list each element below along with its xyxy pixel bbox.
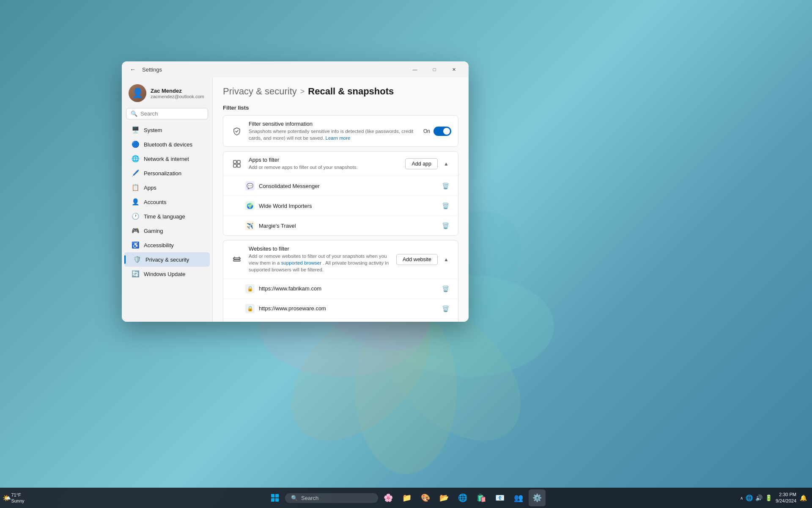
apps-filter-icon [230, 157, 244, 171]
wide-world-importers-icon: 🌍 [245, 201, 255, 210]
avatar-image: 👤 [129, 84, 146, 102]
user-profile[interactable]: 👤 Zac Mendez zacmendez@outlook.com [122, 81, 212, 108]
filter-sensitive-desc: Snapshots where potentially sensitive in… [249, 128, 423, 141]
back-button[interactable]: ← [127, 64, 139, 75]
supported-browser-link[interactable]: supported browser [281, 260, 321, 265]
sidebar-item-privacy[interactable]: 🛡️ Privacy & security [124, 252, 210, 267]
minimize-button[interactable]: — [405, 63, 425, 76]
delete-fabrikam-button[interactable]: 🗑️ [439, 283, 451, 295]
sidebar-item-system[interactable]: 🖥️ System [124, 123, 210, 137]
delete-consolidated-button[interactable]: 🗑️ [439, 180, 451, 192]
page-header: Privacy & security > Recall & snapshots [223, 86, 458, 97]
close-button[interactable]: ✕ [444, 63, 464, 76]
list-item-proseware: 🔒 https://www.proseware.com 🗑️ [223, 299, 458, 319]
volume-tray-icon[interactable]: 🔊 [755, 494, 763, 501]
taskbar-app-2[interactable]: 📁 [398, 489, 415, 506]
apps-filter-desc: Add or remove apps to filter out of your… [249, 164, 405, 171]
filter-sensitive-toggle[interactable] [433, 127, 451, 136]
nav-item-wrapper-time: 🕐 Time & language [122, 209, 212, 224]
taskbar-app-7[interactable]: 📧 [491, 489, 508, 506]
breadcrumb-parent[interactable]: Privacy & security [223, 86, 297, 97]
taskbar-app-6[interactable]: 🛍️ [473, 489, 490, 506]
list-item-margies-travel: ✈️ Margie's Travel 🗑️ [223, 216, 458, 235]
section-title: Filter lists [223, 105, 458, 111]
weather-desc: Sunny [11, 498, 24, 504]
breadcrumb-current: Recall & snapshots [308, 86, 394, 97]
user-name: Zac Mendez [151, 88, 206, 94]
taskbar-app-settings[interactable]: ⚙️ [529, 489, 546, 506]
taskbar-app-3[interactable]: 🎨 [417, 489, 434, 506]
add-app-button[interactable]: Add app [405, 158, 438, 169]
main-panel: Privacy & security > Recall & snapshots … [213, 77, 469, 322]
sidebar-item-time[interactable]: 🕐 Time & language [124, 209, 210, 224]
network-tray-icon[interactable]: 🌐 [746, 494, 753, 501]
weather-icon: 🌤️ [3, 494, 11, 502]
search-icon: 🔍 [131, 110, 137, 117]
apps-to-filter-header: Apps to filter Add or remove apps to fil… [223, 152, 458, 176]
taskbar-app-5[interactable]: 🌐 [454, 489, 471, 506]
user-info: Zac Mendez zacmendez@outlook.com [151, 88, 206, 99]
filter-sensitive-learn-more[interactable]: Learn more [326, 135, 351, 141]
sidebar-item-personalization[interactable]: 🖊️ Personalization [124, 166, 210, 180]
sidebar-item-bluetooth[interactable]: 🔵 Bluetooth & devices [124, 137, 210, 152]
taskbar-app-4[interactable]: 📂 [436, 489, 453, 506]
consolidated-messenger-name: Consolidated Messenger [259, 183, 435, 189]
weather-widget[interactable]: 🌤️ 71°F Sunny [5, 489, 22, 506]
filter-sensitive-title: Filter sensitive information [249, 121, 423, 127]
nav-item-wrapper-system: 🖥️ System [122, 123, 212, 137]
sidebar-item-accessibility[interactable]: ♿ Accessibility [124, 238, 210, 252]
sidebar-item-label-time: Time & language [144, 213, 185, 220]
websites-filter-desc: Add or remove websites to filter out of … [249, 253, 396, 273]
websites-filter-header: Websites to filter Add or remove website… [223, 240, 458, 279]
svg-rect-20 [275, 498, 279, 502]
delete-wwimporters-button[interactable]: 🗑️ [439, 200, 451, 212]
delete-proseware-button[interactable]: 🗑️ [439, 303, 451, 315]
window-controls: — □ ✕ [405, 63, 464, 76]
proseware-url: https://www.proseware.com [259, 305, 435, 312]
tray-chevron[interactable]: ∧ [740, 496, 743, 500]
delete-margies-travel-button[interactable]: 🗑️ [439, 220, 451, 232]
taskbar-app-8[interactable]: 👥 [510, 489, 527, 506]
bluetooth-icon: 🔵 [131, 140, 140, 149]
apps-to-filter-card: Apps to filter Add or remove apps to fil… [223, 151, 458, 236]
start-button[interactable] [266, 489, 283, 506]
sidebar-item-label-accounts: Accounts [144, 199, 166, 205]
nav-item-wrapper-apps: 📋 Apps [122, 180, 212, 195]
nav-item-wrapper-privacy: 🛡️ Privacy & security [122, 252, 212, 267]
title-bar: ← Settings — □ ✕ [122, 61, 469, 77]
websites-filter-icon [230, 253, 244, 266]
nav-item-wrapper-accessibility: ♿ Accessibility [122, 238, 212, 252]
apps-filter-chevron-up[interactable]: ▲ [441, 159, 451, 169]
sidebar-item-apps[interactable]: 📋 Apps [124, 180, 210, 195]
nav-item-wrapper-personalization: 🖊️ Personalization [122, 166, 212, 180]
sidebar-item-update[interactable]: 🔄 Windows Update [124, 267, 210, 281]
nav-item-wrapper-update: 🔄 Windows Update [122, 267, 212, 281]
privacy-icon: 🛡️ [133, 255, 141, 264]
sidebar-item-label-privacy: Privacy & security [145, 257, 189, 263]
maximize-button[interactable]: □ [425, 63, 444, 76]
svg-rect-12 [233, 164, 236, 167]
svg-rect-18 [275, 494, 279, 497]
list-item-fabrikam: 🔒 https://www.fabrikam.com 🗑️ [223, 279, 458, 299]
avatar: 👤 [129, 84, 146, 102]
sidebar-item-label-update: Windows Update [144, 271, 185, 277]
taskbar-search[interactable]: 🔍 Search [285, 493, 378, 503]
clock[interactable]: 2:30 PM 9/24/2024 [776, 491, 796, 505]
add-website-button[interactable]: Add website [396, 254, 438, 265]
websites-filter-title: Websites to filter [249, 246, 396, 252]
websites-filter-action: Add website ▲ [396, 254, 451, 265]
sidebar-search-box[interactable]: 🔍 [126, 108, 208, 119]
breadcrumb: Privacy & security > Recall & snapshots [223, 86, 458, 97]
taskbar-app-1[interactable]: 🌸 [380, 489, 397, 506]
svg-rect-13 [237, 164, 240, 167]
sidebar-item-accounts[interactable]: 👤 Accounts [124, 195, 210, 209]
notification-bell[interactable]: 🔔 [800, 494, 807, 501]
svg-rect-15 [233, 260, 240, 261]
time-icon: 🕐 [131, 212, 140, 221]
battery-tray-icon[interactable]: 🔋 [765, 494, 772, 501]
sidebar-item-network[interactable]: 🌐 Network & internet [124, 152, 210, 166]
clock-time: 2:30 PM [776, 491, 796, 498]
search-input[interactable] [140, 110, 203, 117]
websites-filter-chevron-up[interactable]: ▲ [441, 254, 451, 265]
sidebar-item-gaming[interactable]: 🎮 Gaming [124, 224, 210, 238]
